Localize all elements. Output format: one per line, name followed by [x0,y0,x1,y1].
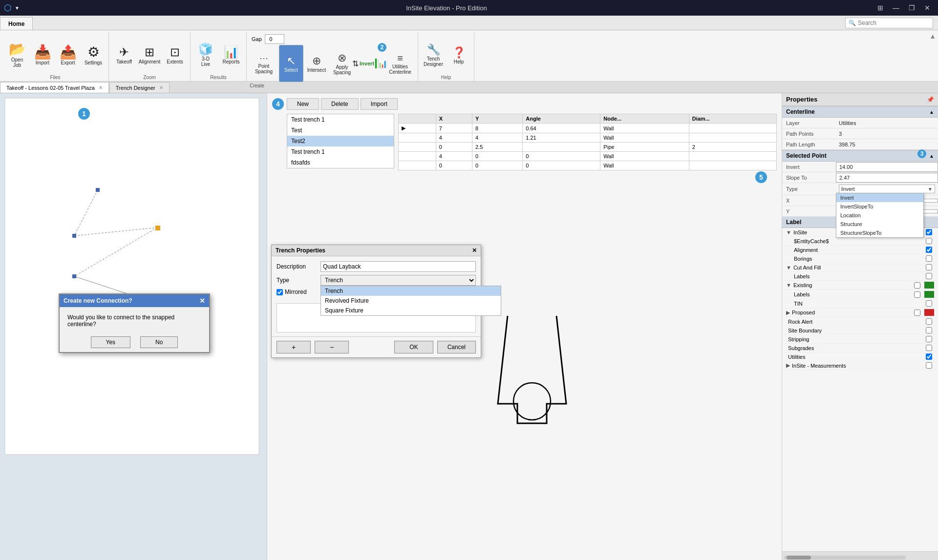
table-row[interactable]: ▶ 7 8 0.64 Wall [399,124,777,133]
dropdown-item-revolved[interactable]: Revolved Fixture [321,296,501,306]
table-row[interactable]: 0 2.5 Pipe 2 [399,143,777,152]
dropdown-item-trench[interactable]: Trench [321,286,501,296]
conn-yes-button[interactable]: Yes [91,336,131,348]
check-subgrades[interactable] [926,345,932,351]
cell-diam-0 [689,124,776,133]
export-button[interactable]: 📤 Export [56,37,80,74]
check-siteboundary[interactable] [926,327,932,333]
select-button[interactable]: ↖ Select [279,45,303,82]
invert-value[interactable]: 14.00 [836,162,938,172]
check-alignment[interactable] [926,247,932,253]
ok-button[interactable]: OK [394,341,433,353]
import-trench-button[interactable]: Import [361,98,398,110]
search-box[interactable]: 🔍 [845,18,933,28]
trench-tab-close[interactable]: ✕ [159,85,163,90]
expand-existing[interactable]: ▼ [786,282,791,288]
path-length-label: Path Length [782,140,836,149]
titlebar-menu-arrow[interactable]: ▼ [15,5,20,11]
type-opt-location[interactable]: Location [836,211,923,220]
check-insite[interactable] [926,229,932,235]
label-row-siteboundary: Site Boundary [782,326,938,335]
expand-insite[interactable]: ▼ [786,229,791,235]
takeoff-tab-close[interactable]: ✕ [99,85,103,90]
reports-button[interactable]: 📊 Reports [219,37,243,74]
check-proposed[interactable] [914,310,920,316]
check-measurements[interactable] [926,362,932,369]
label-row-utilities: Utilities [782,353,938,361]
cell-x-0: 7 [436,124,472,133]
trench-item-2[interactable]: Test2 [287,136,394,146]
minimize-button[interactable]: ⊞ [874,2,887,13]
doc-tab-takeoff[interactable]: Takeoff - Lessons 02-05 Travel Plaza ✕ [0,82,109,93]
intersect-button[interactable]: ⊕ Intersect [304,45,329,82]
type-select-display[interactable]: Invert ▼ [839,185,935,193]
check-labels-existing[interactable] [914,291,920,298]
conn-dialog-close[interactable]: ✕ [199,297,205,305]
trench-designer-button[interactable]: 🔧 TenchDesigner [421,37,446,74]
extents-button[interactable]: ⊡ Extents [163,37,187,74]
add-row-button[interactable]: + [277,341,311,353]
import-button[interactable]: 📥 Import [30,37,55,74]
tab-home[interactable]: Home [0,17,33,30]
settings-button[interactable]: ⚙ Settings [81,37,106,74]
remove-row-button[interactable]: − [315,341,349,353]
expand-measurements[interactable]: ▶ [786,362,790,369]
apply-spacing-button[interactable]: ⊗ ApplySpacing [330,45,354,82]
type-opt-invert[interactable]: Invert [836,193,923,202]
takeoff-button[interactable]: ✈ Takeoff [112,37,136,74]
props-scrollbar[interactable] [782,551,938,560]
expand-cutandfill[interactable]: ▼ [786,265,791,270]
check-utilities[interactable] [926,353,932,360]
label-row-proposed: ▶ Proposed [782,308,938,317]
cancel-button[interactable]: Cancel [437,341,476,353]
doc-tab-trench[interactable]: Trench Designer ✕ [109,82,170,93]
description-input[interactable] [320,261,476,272]
utilities-centerline-button[interactable]: ≡ UtilitiesCenterline [385,45,415,82]
delete-trench-button[interactable]: Delete [321,98,359,110]
check-labels-caf[interactable] [926,273,932,279]
dropdown-item-square[interactable]: Square Fixture [321,306,501,315]
trench-item-1[interactable]: Test [287,125,394,136]
gap-input[interactable] [265,34,284,44]
table-row[interactable]: 4 0 0 Wall [399,152,777,161]
point-spacing-button[interactable]: ⋯ PointSpacing [250,45,278,82]
trench-item-0[interactable]: Test trench 1 [287,114,394,125]
new-trench-button[interactable]: New [287,98,319,110]
selected-point-section-header[interactable]: Selected Point 3 ▲ [782,150,938,162]
trench-props-close[interactable]: ✕ [472,247,477,254]
type-select[interactable]: Trench Revolved Fixture Square Fixture [320,275,476,286]
alignment-button[interactable]: ⊞ Alignment [137,37,162,74]
expand-proposed[interactable]: ▶ [786,310,790,316]
cell-x-2: 0 [436,143,472,152]
slope-to-value[interactable]: 2.47 [836,173,938,183]
label-name-entitycache: $EntityCache$ [794,238,926,244]
check-rockalert[interactable] [926,318,932,325]
table-row[interactable]: 4 4 1.21 Wall [399,133,777,143]
maximize-button[interactable]: ❐ [905,2,918,13]
close-button[interactable]: ✕ [920,2,934,13]
type-opt-structure[interactable]: Structure [836,220,923,228]
check-stripping[interactable] [926,336,932,342]
trench-item-3[interactable]: Test trench 1 [287,146,394,157]
minimize-window-button[interactable]: — [889,2,903,13]
type-opt-structureslopeto[interactable]: StructureSlopeTo [836,228,923,237]
properties-pin[interactable]: 📌 [927,96,934,103]
check-borings[interactable] [926,255,932,262]
ribbon-collapse-button[interactable]: ▲ [929,32,936,40]
check-entitycache[interactable] [926,238,932,244]
ribbon-group-files: 📂 OpenJob 📥 Import 📤 Export ⚙ Settings F… [2,32,109,81]
3d-live-button[interactable]: 🧊 3-DLive [193,37,218,74]
table-row[interactable]: 0 0 0 Wall [399,161,777,170]
conn-no-button[interactable]: No [140,336,178,348]
search-input[interactable] [858,20,930,26]
trench-item-4[interactable]: fdsafds [287,157,394,168]
centerline-section-header[interactable]: Centerline ▲ [782,106,938,118]
check-existing[interactable] [914,282,920,289]
check-tin[interactable] [926,300,932,307]
type-opt-invertslopeto[interactable]: InvertSlopeTo [836,202,923,211]
check-cutandfill[interactable] [926,264,932,270]
open-job-button[interactable]: 📂 OpenJob [5,37,29,74]
mirrored-checkbox[interactable] [277,289,283,295]
help-button[interactable]: ❓ Help [447,37,471,74]
scrollbar-thumb[interactable] [787,556,811,560]
